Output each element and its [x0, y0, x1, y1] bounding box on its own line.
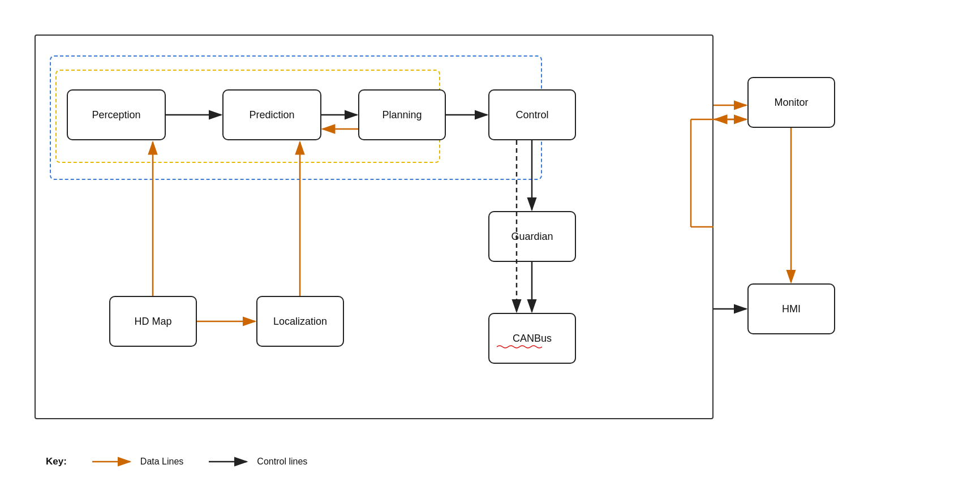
outer-box: Perception Prediction Planning Control G… — [35, 35, 713, 419]
key-label: Key: — [46, 456, 67, 467]
planning-label: Planning — [382, 109, 422, 121]
key-data-lines: Data Lines — [89, 456, 184, 467]
hmi-label: HMI — [782, 303, 801, 315]
control-lines-arrow-icon — [206, 456, 251, 467]
data-lines-label: Data Lines — [140, 457, 184, 467]
control-box: Control — [488, 89, 576, 140]
monitor-box: Monitor — [747, 77, 835, 128]
monitor-label: Monitor — [774, 97, 808, 109]
control-lines-label: Control lines — [257, 457, 307, 467]
data-lines-arrow-icon — [89, 456, 135, 467]
diagram-container: Perception Prediction Planning Control G… — [23, 23, 957, 476]
control-label: Control — [515, 109, 548, 121]
guardian-label: Guardian — [511, 231, 553, 243]
prediction-box: Prediction — [222, 89, 321, 140]
hmi-box: HMI — [747, 283, 835, 334]
key-control-lines: Control lines — [206, 456, 307, 467]
guardian-box: Guardian — [488, 211, 576, 262]
planning-box: Planning — [358, 89, 446, 140]
perception-box: Perception — [67, 89, 166, 140]
canbus-label: CANBus — [513, 333, 552, 345]
perception-label: Perception — [92, 109, 140, 121]
key-section: Key: Data Lines — [46, 456, 307, 467]
localization-label: Localization — [273, 316, 327, 328]
canbus-box: CANBus — [488, 313, 576, 364]
prediction-label: Prediction — [249, 109, 294, 121]
hdmap-label: HD Map — [134, 316, 171, 328]
hdmap-box: HD Map — [109, 296, 197, 347]
localization-box: Localization — [256, 296, 344, 347]
